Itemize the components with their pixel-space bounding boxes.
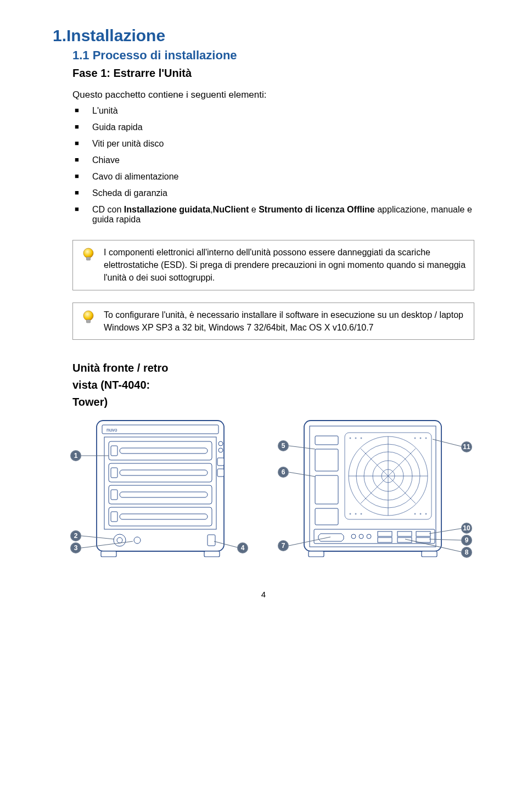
svg-point-30 <box>134 537 141 544</box>
title-line-1: Unità fronte / retro <box>72 362 168 374</box>
title-line-2: vista (NT-4040: <box>72 379 150 391</box>
device-front-illustration: nuvo <box>72 416 254 564</box>
svg-rect-75 <box>416 537 430 542</box>
list-item-cd: CD con Installazione guidata,NuClient e … <box>72 201 474 228</box>
figures-row: nuvo <box>72 416 474 564</box>
svg-rect-16 <box>111 446 117 456</box>
callout-rear-8: 8 <box>461 547 472 558</box>
lightbulb-icon <box>81 310 96 328</box>
svg-rect-77 <box>422 551 437 557</box>
cd-bold-1: Installazione guidata <box>124 205 210 214</box>
svg-rect-64 <box>315 475 338 504</box>
svg-rect-27 <box>217 469 224 477</box>
figure-rear: 5 6 7 11 10 9 8 <box>280 416 483 564</box>
callout-front-1: 1 <box>70 450 81 461</box>
svg-point-69 <box>367 534 371 539</box>
svg-point-24 <box>218 441 223 446</box>
svg-rect-17 <box>120 448 208 453</box>
intro-text: Questo pacchetto contiene i seguenti ele… <box>72 89 474 100</box>
note-box-os: To configurare l'unità, è necessario ins… <box>72 303 474 340</box>
callout-rear-11: 11 <box>461 441 472 452</box>
list-item: Chiave <box>72 152 474 169</box>
callout-front-3: 3 <box>70 542 81 553</box>
unit-views-title: Unità fronte / retro vista (NT-4040: Tow… <box>72 360 474 411</box>
list-item: L'unità <box>72 103 474 119</box>
svg-rect-5 <box>87 320 91 323</box>
svg-rect-74 <box>416 531 430 536</box>
svg-point-4 <box>83 311 93 321</box>
package-list: L'unità Guida rapida Viti per unità disc… <box>72 103 474 228</box>
svg-rect-63 <box>315 449 338 471</box>
callout-rear-5: 5 <box>278 440 289 451</box>
svg-point-25 <box>218 448 223 452</box>
svg-rect-23 <box>120 514 208 519</box>
svg-rect-31 <box>208 535 215 546</box>
figure-front: nuvo <box>72 416 254 564</box>
callout-rear-10: 10 <box>461 523 472 534</box>
svg-rect-22 <box>111 512 117 522</box>
svg-rect-1 <box>87 257 91 261</box>
svg-rect-65 <box>315 508 338 525</box>
note-text: I componenti elettronici all'interno del… <box>104 246 466 284</box>
svg-rect-71 <box>378 537 392 542</box>
list-item: Cavo di alimentazione <box>72 169 474 185</box>
callout-rear-9: 9 <box>461 535 472 546</box>
lightbulb-icon <box>81 247 96 266</box>
svg-rect-62 <box>315 436 338 445</box>
svg-rect-32 <box>101 551 116 557</box>
svg-point-67 <box>351 534 356 539</box>
svg-rect-72 <box>397 531 412 536</box>
svg-rect-70 <box>378 531 392 536</box>
title-line-3: Tower) <box>72 396 108 408</box>
callout-front-2: 2 <box>70 530 81 541</box>
note-box-esd: I componenti elettronici all'interno del… <box>72 240 474 290</box>
list-item: Scheda di garanzia <box>72 185 474 201</box>
note-text: To configurare l'unità, è necessario ins… <box>104 309 466 334</box>
svg-rect-18 <box>111 468 117 478</box>
list-item: Guida rapida <box>72 119 474 136</box>
page-number: 4 <box>53 590 474 599</box>
svg-text:nuvo: nuvo <box>106 427 117 433</box>
svg-rect-20 <box>111 490 117 500</box>
cd-mid-2: e <box>249 205 259 214</box>
svg-rect-33 <box>204 551 220 557</box>
callout-rear-6: 6 <box>278 467 289 478</box>
device-rear-illustration <box>280 416 483 564</box>
svg-point-29 <box>117 537 122 543</box>
heading-1: 1.Installazione <box>53 26 474 45</box>
svg-rect-19 <box>120 470 208 475</box>
heading-3: Fase 1: Estrarre l'Unità <box>72 67 474 80</box>
cd-bold-2: NuClient <box>213 205 249 214</box>
svg-rect-9 <box>102 425 218 434</box>
svg-rect-76 <box>309 551 324 557</box>
cd-prefix: CD con <box>92 205 124 214</box>
callout-front-4: 4 <box>237 542 248 553</box>
heading-2: 1.1 Processo di installazione <box>72 48 474 63</box>
svg-point-0 <box>83 248 93 258</box>
svg-rect-21 <box>120 492 208 497</box>
list-item: Viti per unità disco <box>72 136 474 152</box>
cd-bold-3: Strumento di licenza Offline <box>259 205 375 214</box>
svg-point-68 <box>359 534 363 539</box>
svg-rect-26 <box>217 458 224 466</box>
callout-rear-7: 7 <box>278 540 289 551</box>
